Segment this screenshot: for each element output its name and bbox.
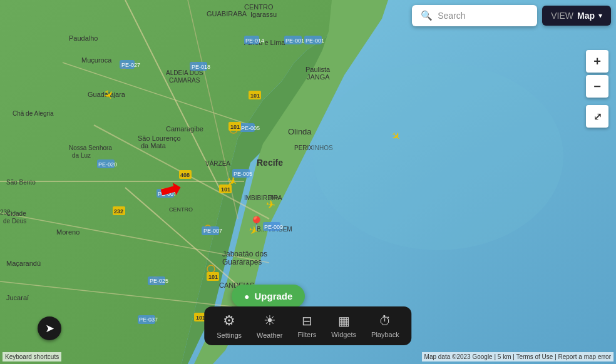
svg-point-93 [313,63,563,250]
svg-text:Jaboatão dos: Jaboatão dos [222,250,267,258]
svg-text:CAMARAS: CAMARAS [169,77,200,84]
svg-text:PE-020: PE-020 [98,161,117,168]
widgets-label: Widgets [331,331,356,338]
search-icon: 🔍 [421,10,433,21]
svg-text:PE-037: PE-037 [139,316,158,323]
svg-text:Jucaraí: Jucaraí [6,294,29,301]
settings-label: Settings [217,331,242,339]
svg-text:408: 408 [180,172,190,178]
svg-text:CENTRO: CENTRO [169,206,193,213]
attribution-keyboard: Keyboard shortcuts [3,352,61,361]
toolbar-item-filters[interactable]: ⊟ Filters [297,313,316,338]
svg-text:PE-009: PE-009 [264,224,283,230]
svg-text:Maçarandú: Maçarandú [6,260,41,267]
svg-text:VÁRZEA: VÁRZEA [205,159,230,167]
zoom-in-button[interactable]: + [586,50,608,73]
svg-text:Guararapes: Guararapes [222,258,262,266]
filters-icon: ⊟ [302,313,312,328]
svg-text:CENTRO: CENTRO [244,3,274,11]
playback-icon: ⏱ [379,314,391,328]
bottom-toolbar: ⚙ Settings ☀ Weather ⊟ Filters ▦ Widgets… [204,306,411,345]
weather-icon: ☀ [264,313,276,329]
view-map-label: Map [577,11,595,21]
map-zoom-controls: + − ⤢ [586,50,608,128]
svg-text:da Mata: da Mata [141,142,167,149]
playback-label: Playback [371,331,399,338]
upgrade-button[interactable]: ● Upgrade [232,285,305,308]
top-bar: 🔍 Search VIEW Map ▾ [412,5,611,26]
svg-text:São Bento: São Bento [6,179,36,186]
svg-text:PE-005: PE-005 [241,125,260,131]
svg-text:PE-025: PE-025 [150,278,168,284]
fullscreen-button[interactable]: ⤢ [586,105,608,128]
toolbar-item-settings[interactable]: ⚙ Settings [217,313,242,339]
widgets-icon: ▦ [338,313,350,328]
svg-text:Paudalho: Paudalho [69,34,98,42]
toolbar-item-playback[interactable]: ⏱ Playback [371,314,399,338]
svg-text:101: 101 [230,124,240,130]
search-box[interactable]: 🔍 Search [412,5,537,26]
weather-label: Weather [257,331,282,339]
toolbar-item-widgets[interactable]: ▦ Widgets [331,313,356,338]
svg-text:101: 101 [250,93,260,99]
svg-text:Muçuroca: Muçuroca [81,56,112,64]
svg-text:PE-001: PE-001 [305,38,324,44]
attribution-copyright: Map data ©2023 Google | 5 km | Terms of … [422,352,613,361]
upgrade-label: Upgrade [254,291,292,301]
svg-text:Recife: Recife [257,158,283,168]
location-icon: ➤ [45,321,54,335]
svg-text:Moreno: Moreno [56,228,80,236]
svg-text:Igarassu: Igarassu [250,11,277,18]
svg-text:GUABIRABA: GUABIRABA [207,10,247,18]
svg-text:PE-001: PE-001 [285,38,304,44]
view-label: VIEW [551,11,573,21]
svg-text:Nossa Senhora: Nossa Senhora [69,144,112,151]
svg-text:Paulista: Paulista [305,66,331,73]
map-pin: 📍 [248,216,265,232]
svg-text:232: 232 [0,209,11,216]
svg-text:101: 101 [208,274,218,280]
toolbar-item-weather[interactable]: ☀ Weather [257,313,282,339]
svg-text:PE-014: PE-014 [245,38,264,44]
upgrade-icon: ● [244,291,249,301]
svg-text:de Deus: de Deus [3,218,26,225]
svg-text:Chã de Alegria: Chã de Alegria [13,110,54,117]
settings-icon: ⚙ [223,313,235,329]
svg-text:JANGA: JANGA [307,73,330,81]
view-toggle-button[interactable]: VIEW Map ▾ [542,6,611,26]
svg-text:232: 232 [114,208,123,215]
svg-text:Olinda: Olinda [288,127,312,136]
zoom-out-button[interactable]: − [586,75,608,98]
location-button[interactable]: ➤ [38,316,61,340]
svg-text:PE-018: PE-018 [192,64,210,70]
filters-label: Filters [297,331,316,338]
svg-text:da Luz: da Luz [72,152,91,159]
search-placeholder: Search [438,11,465,21]
svg-text:PE-027: PE-027 [121,62,140,68]
svg-text:PE-007: PE-007 [203,228,222,234]
svg-text:São Lourenço: São Lourenço [138,134,181,142]
chevron-down-icon: ▾ [598,11,602,20]
svg-text:Camaragibe: Camaragibe [166,125,203,133]
map-container: Paudalho Muçuroca Guadalajara Chã de Ale… [0,0,616,364]
